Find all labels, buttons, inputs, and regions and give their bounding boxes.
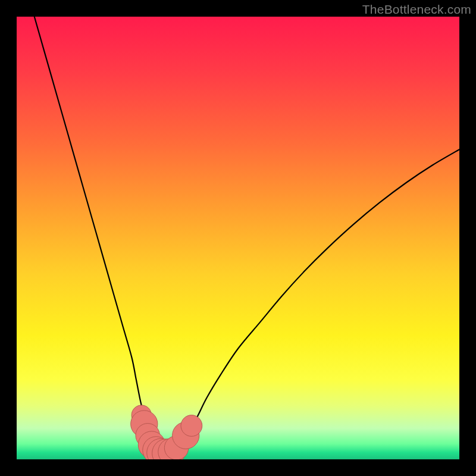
curve-layer — [17, 17, 459, 459]
bottleneck-curve — [35, 17, 459, 454]
watermark-text: TheBottleneck.com — [362, 2, 471, 17]
trough-markers — [131, 405, 202, 459]
plot-area — [17, 17, 459, 459]
chart-frame: TheBottleneck.com — [0, 0, 476, 476]
trough-marker — [181, 415, 202, 437]
